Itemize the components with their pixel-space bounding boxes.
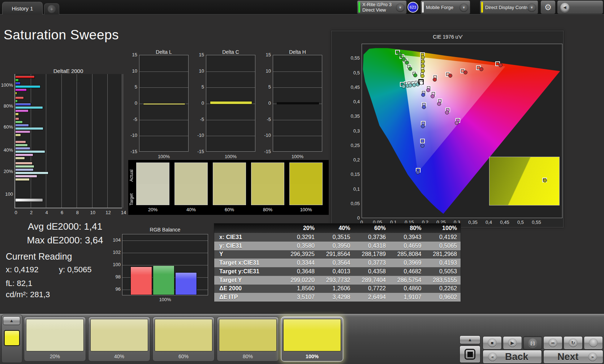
deltae-gridline (31, 74, 31, 208)
cie-y-tick: 0,35 (348, 113, 360, 119)
table-cell-value: 0,2262 (425, 285, 461, 292)
chevron-down-icon[interactable]: ▼ (460, 3, 468, 12)
delta-x-label: 100% (273, 154, 322, 159)
next-button[interactable]: Next » (543, 350, 603, 364)
deltae-bar (15, 92, 17, 95)
gear-icon: ⚙ (544, 3, 552, 12)
deltae-bar (15, 178, 30, 181)
patch-color (283, 319, 341, 351)
table-cell-value: 1,2606 (318, 285, 354, 292)
deltae-bar (15, 113, 19, 116)
max-de2000-readout: Max dE2000: 3,64 (11, 235, 119, 246)
avg-de2000-readout: Avg dE2000: 1,41 (11, 221, 119, 232)
chevron-left-icon: ◀ (560, 3, 569, 12)
deltae-gridline (61, 74, 62, 208)
table-cell-value: 2,6494 (354, 294, 389, 300)
display-status-stripe (481, 2, 483, 13)
saturation-swatch (213, 162, 246, 205)
delta-y-tick: -10 (194, 133, 204, 138)
display-control-name: Direct Display Control (485, 5, 531, 10)
deltae-x-tick: 2 (28, 210, 35, 215)
current-y-readout: y: 0,5065 (59, 265, 92, 274)
play-button[interactable]: ▶ (503, 336, 522, 350)
meter-select-button[interactable]: X-Rite i1Pro 3Direct View ▼ (357, 0, 407, 14)
extra-button[interactable] (584, 336, 603, 350)
patch-label: 40% (89, 354, 150, 359)
cie-y-tick: 0 (348, 215, 360, 221)
settings-gear-button[interactable]: ⚙ (540, 0, 556, 14)
deltae-bar (15, 75, 35, 78)
tab-history-1[interactable]: History 1 (2, 2, 43, 14)
current-fl-readout: fL: 82,1 (6, 279, 32, 288)
table-cell-value: 296,3925 (282, 251, 318, 257)
patch-label: 20% (24, 354, 86, 359)
delta-chart-title: Delta L (139, 49, 189, 55)
deltae-x-tick: 6 (59, 210, 66, 215)
deltae-bar (15, 96, 24, 99)
deltae-bar (15, 162, 33, 165)
meter-count-badge[interactable]: 623 (407, 2, 418, 13)
rgb-bar (175, 272, 197, 295)
cie-measured-point (402, 57, 406, 61)
cie-measured-point (421, 64, 425, 68)
repeat-icon: ↻ (569, 338, 578, 347)
stop-large-button[interactable] (460, 346, 480, 363)
table-row-label: Target Y (214, 277, 282, 283)
deltae-bar (15, 153, 33, 156)
table-cell-value: 1,9107 (389, 294, 425, 300)
saturation-swatch (136, 162, 169, 205)
page-title: Saturation Sweeps (4, 27, 119, 43)
actual-row-label: Actual (129, 164, 134, 187)
measure-series-button[interactable]: [·] (523, 336, 542, 350)
delta-gridline (206, 136, 255, 136)
patch-label: 80% (217, 354, 279, 359)
delta-y-tick: 0 (261, 100, 271, 106)
deltae-bar (15, 103, 31, 106)
deltae-group-label: 80% (0, 103, 13, 109)
collapse-panel-button[interactable]: ◀ (557, 0, 603, 14)
deltae-plot-area (14, 74, 122, 208)
deltae-x-tick: 10 (89, 210, 96, 215)
display-control-select-button[interactable]: Direct Display Control ▼ (480, 0, 538, 14)
deltae-bar (15, 79, 19, 82)
source-select-button[interactable]: Mobile Forge ▼ (420, 0, 470, 14)
rgb-y-tick: 102 (110, 250, 121, 255)
chevron-down-icon[interactable]: ▼ (527, 3, 536, 12)
patch-panel-expand-button[interactable]: ▲ (3, 316, 20, 325)
deltae-gridline (46, 74, 46, 208)
patch-button-40%[interactable]: 40% (88, 317, 150, 361)
repeat-button[interactable]: ↻ (564, 336, 583, 350)
meter-status-stripe (358, 2, 360, 13)
table-row-label: Target x:CIE31 (214, 260, 282, 266)
deltae-chart-title: DeltaE 2000 (14, 68, 122, 74)
deltae-x-tick: 14 (120, 210, 127, 215)
table-header-cell: 40% (318, 225, 354, 231)
play-icon: ▶ (508, 338, 517, 347)
table-cell-value: 0,4358 (354, 268, 389, 275)
delta-y-tick: 5 (194, 84, 204, 90)
deltae-bar (15, 121, 23, 124)
patch-button-80%[interactable]: 80% (217, 317, 279, 361)
add-tab-button[interactable]: + (44, 3, 59, 14)
stop-icon: ■ (488, 338, 497, 347)
deltae-bar (15, 172, 48, 174)
chevron-down-icon[interactable]: ▼ (396, 3, 405, 12)
patch-button-60%[interactable]: 60% (152, 317, 215, 361)
stop-button[interactable]: ■ (483, 336, 502, 350)
table-row: Target Y299,0220293,7732289,7404286,5754… (214, 276, 461, 285)
transport-expand-button[interactable]: ▲ (460, 335, 480, 344)
table-cell-value: 0,3580 (282, 243, 318, 249)
table-cell-value: 285,8084 (389, 251, 425, 257)
back-button[interactable]: « Back (483, 350, 542, 364)
patch-button-20%[interactable]: 20% (24, 317, 86, 361)
patch-color (26, 319, 84, 351)
table-cell-value: 291,8564 (318, 251, 354, 257)
patch-button-100%[interactable]: 100% (281, 317, 343, 361)
current-cdm2-readout: cd/m²: 281,3 (6, 290, 50, 299)
rgb-bar (153, 265, 174, 295)
deltae-x-tick: 4 (43, 210, 50, 215)
next-button-label: Next (557, 351, 579, 363)
continuous-button[interactable]: ∞ (543, 336, 562, 350)
table-row: Target y:CIE310,36480,40130,43580,46820,… (214, 267, 461, 276)
cie-y-tick: 0,1 (348, 186, 360, 192)
